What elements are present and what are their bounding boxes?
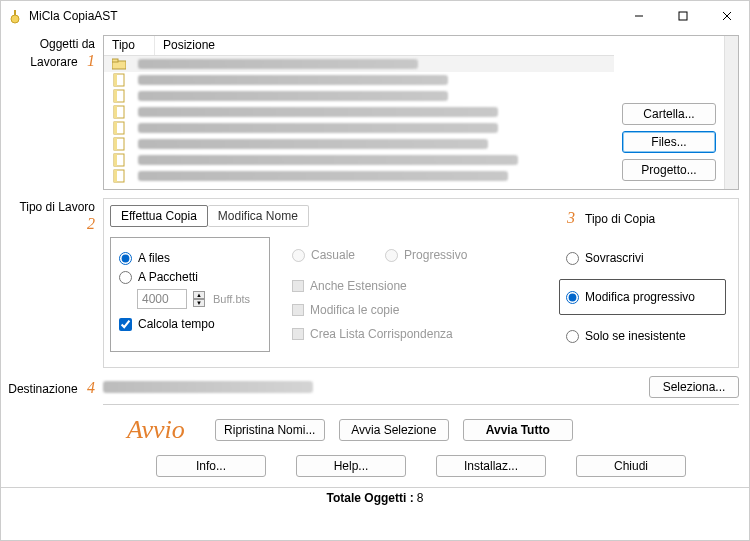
window-title: MiCla CopiaAST	[29, 9, 617, 23]
svg-point-0	[11, 15, 19, 23]
cartella-button[interactable]: Cartella...	[622, 103, 716, 125]
svg-rect-7	[112, 59, 118, 62]
svg-rect-19	[114, 154, 117, 166]
help-button[interactable]: Help...	[296, 455, 406, 477]
a-files-label: A files	[138, 251, 170, 265]
section-oggetti: Oggetti da Lavorare 1 Tipo Posizione Car…	[1, 31, 749, 194]
work-frame: Effettua Copia Modifica Nome A files A P…	[103, 198, 739, 368]
file-icon	[110, 105, 128, 119]
spin-up[interactable]: ▲	[193, 291, 205, 299]
file-icon	[110, 121, 128, 135]
file-icon	[110, 137, 128, 151]
check-calcola-tempo[interactable]: Calcola tempo	[119, 317, 261, 331]
radio-modprog-input[interactable]	[566, 291, 579, 304]
checkbox-icon	[292, 304, 304, 316]
destination-row: Seleziona...	[103, 376, 739, 405]
svg-rect-1	[14, 10, 16, 15]
avvio-row: Avvio Ripristina Nomi... Avvia Selezione…	[103, 409, 739, 449]
calcola-label: Calcola tempo	[138, 317, 215, 331]
file-icon	[110, 169, 128, 183]
list-row[interactable]	[104, 168, 614, 184]
ripristina-button[interactable]: Ripristina Nomi...	[215, 419, 325, 441]
progressivo-label: Progressivo	[404, 248, 467, 262]
status-label: Totale Oggetti :	[327, 491, 414, 505]
radio-a-pacchetti[interactable]: A Pacchetti	[119, 270, 261, 284]
tab-row: Effettua Copia Modifica Nome	[110, 205, 549, 227]
list-side-buttons: Cartella... Files... Progetto...	[614, 36, 724, 189]
path-text	[138, 155, 518, 165]
radio-a-files-input[interactable]	[119, 252, 132, 265]
radio-a-pacchetti-input[interactable]	[119, 271, 132, 284]
svg-rect-3	[679, 12, 687, 20]
list-row[interactable]	[104, 136, 614, 152]
copy-mode-group: A files A Pacchetti ▲▼ Buff.bts Calcola …	[110, 237, 270, 352]
path-text	[138, 75, 448, 85]
col-tipo[interactable]: Tipo	[104, 36, 154, 55]
list-row[interactable]	[104, 152, 614, 168]
section-avvio: Avvio Ripristina Nomi... Avvia Selezione…	[1, 409, 749, 487]
title-bar: MiCla CopiaAST	[1, 1, 749, 31]
mid-options-group: Casuale Progressivo Anche Estensione Mod…	[288, 237, 549, 352]
list-row[interactable]	[104, 56, 614, 72]
section-1-label: Oggetti da Lavorare 1	[7, 35, 103, 190]
step-3-num: 3	[567, 209, 575, 227]
tab-modifica-nome[interactable]: Modifica Nome	[208, 205, 309, 227]
progetto-button[interactable]: Progetto...	[622, 159, 716, 181]
avvia-selezione-button[interactable]: Avvia Selezione	[339, 419, 449, 441]
svg-rect-21	[114, 170, 117, 182]
list-scrollbar[interactable]	[724, 36, 738, 189]
section-2-label: Tipo di Lavoro 2	[7, 198, 103, 368]
buffer-unit-label: Buff.bts	[213, 293, 250, 305]
list-row[interactable]	[104, 72, 614, 88]
close-button[interactable]	[705, 1, 749, 31]
svg-rect-11	[114, 90, 117, 102]
radio-sovrascrivi[interactable]: Sovrascrivi	[566, 251, 719, 265]
section-destinazione: Destinazione 4 Seleziona...	[1, 372, 749, 409]
list-row[interactable]	[104, 88, 614, 104]
path-text	[138, 123, 498, 133]
status-bar: Totale Oggetti : 8	[1, 487, 749, 508]
col-posizione[interactable]: Posizione	[154, 36, 614, 55]
radio-casuale-input	[292, 249, 305, 262]
radio-sovrascrivi-input[interactable]	[566, 252, 579, 265]
path-text	[138, 139, 488, 149]
radio-modifica-progressivo[interactable]: Modifica progressivo	[566, 290, 719, 304]
spin-buttons: ▲▼	[193, 291, 205, 307]
avvia-tutto-button[interactable]: Avvia Tutto	[463, 419, 573, 441]
chiudi-button[interactable]: Chiudi	[576, 455, 686, 477]
object-list[interactable]: Tipo Posizione	[104, 36, 614, 189]
radio-casuale: Casuale	[292, 248, 355, 262]
modcopie-label: Modifica le copie	[310, 303, 399, 317]
tab-effettua-copia[interactable]: Effettua Copia	[110, 205, 208, 227]
seleziona-button[interactable]: Seleziona...	[649, 376, 739, 398]
installaz-button[interactable]: Installaz...	[436, 455, 546, 477]
svg-rect-13	[114, 106, 117, 118]
radio-solo-inesistente[interactable]: Solo se inesistente	[566, 329, 719, 343]
checkbox-icon	[292, 328, 304, 340]
modprog-label: Modifica progressivo	[585, 290, 695, 304]
svg-rect-17	[114, 138, 117, 150]
minimize-button[interactable]	[617, 1, 661, 31]
radio-solose-input[interactable]	[566, 330, 579, 343]
check-modifica-copie: Modifica le copie	[292, 303, 545, 317]
crealist-label: Crea Lista Corrispondenza	[310, 327, 453, 341]
sovrascrivi-label: Sovrascrivi	[585, 251, 644, 265]
radio-progressivo: Progressivo	[385, 248, 467, 262]
tipo-copia-group: 3 Tipo di Copia Sovrascrivi Modifica pro…	[557, 205, 732, 361]
files-button[interactable]: Files...	[622, 131, 716, 153]
bottom-button-row: Info... Help... Installaz... Chiudi	[103, 449, 739, 483]
avvio-heading: Avvio	[103, 415, 201, 445]
list-row[interactable]	[104, 120, 614, 136]
buffer-input[interactable]	[137, 289, 187, 309]
folder-icon	[110, 58, 128, 70]
check-calcola-input[interactable]	[119, 318, 132, 331]
maximize-button[interactable]	[661, 1, 705, 31]
a-pacchetti-label: A Pacchetti	[138, 270, 198, 284]
spin-down[interactable]: ▼	[193, 299, 205, 307]
info-button[interactable]: Info...	[156, 455, 266, 477]
radio-a-files[interactable]: A files	[119, 251, 261, 265]
step-4-num: 4	[81, 379, 95, 396]
radio-progressivo-input	[385, 249, 398, 262]
tipo-copia-title: Tipo di Copia	[585, 212, 655, 226]
list-row[interactable]	[104, 104, 614, 120]
